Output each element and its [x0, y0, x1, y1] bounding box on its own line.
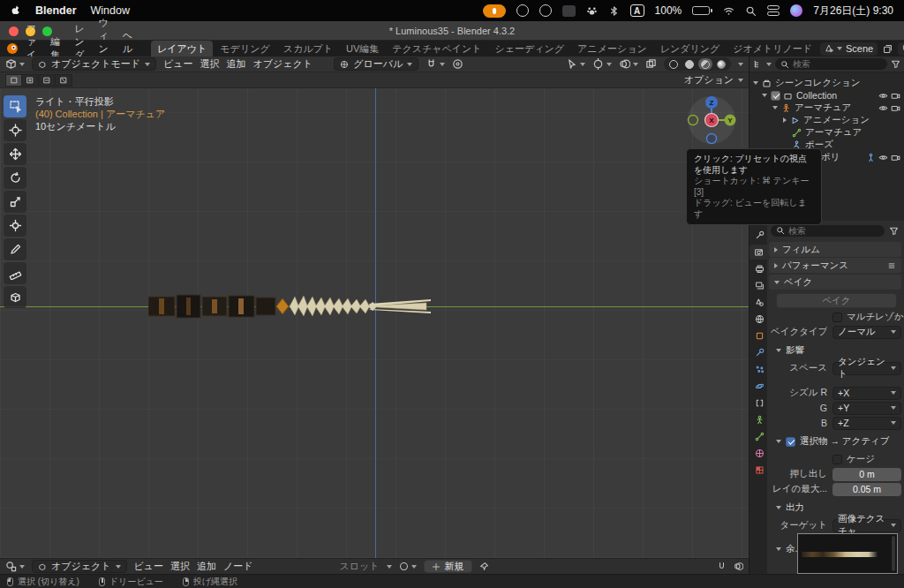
tab-particles[interactable] — [751, 362, 767, 377]
options-dropdown[interactable]: オプション — [684, 73, 743, 87]
outliner-search-input[interactable] — [793, 59, 882, 69]
outliner-row-collection[interactable]: Collection — [750, 89, 904, 102]
3d-viewport[interactable]: ライト・平行投影 (40) Collection | アーマチュア 10センチメ… — [0, 88, 749, 558]
tool-scale[interactable] — [4, 191, 26, 213]
tool-rotate[interactable] — [4, 167, 26, 189]
workspace-tab-rendering[interactable]: レンダリング — [654, 41, 727, 57]
scene-selector[interactable]: Scene — [820, 42, 878, 56]
filter-icon[interactable] — [891, 59, 900, 69]
editor-type-button[interactable] — [5, 58, 25, 70]
tool-transform[interactable] — [4, 215, 26, 237]
snapping-icon[interactable] — [717, 562, 727, 571]
overlays-icon[interactable] — [734, 562, 743, 571]
shader-menu-select[interactable]: 選択 — [170, 560, 190, 573]
panel-performance[interactable]: パフォーマンス — [769, 258, 901, 273]
cage-checkbox[interactable] — [832, 455, 842, 464]
viewport-menu-object[interactable]: オブジェクト — [253, 57, 313, 71]
expand-icon[interactable] — [753, 81, 758, 85]
eye-icon[interactable] — [878, 153, 888, 162]
siri-icon[interactable] — [790, 4, 802, 17]
outliner-row-animation[interactable]: アニメーション — [750, 114, 904, 126]
workspace-tab-animation[interactable]: アニメーション — [571, 41, 653, 57]
bake-button[interactable]: ベイク — [776, 293, 897, 308]
eye-icon[interactable] — [878, 91, 888, 101]
tool-add-cube[interactable] — [4, 286, 26, 308]
tab-scene[interactable] — [751, 295, 767, 310]
shading-material-button[interactable] — [698, 58, 712, 70]
workspace-tab-geonodes[interactable]: ジオメトリノード — [727, 41, 818, 57]
paw-icon[interactable] — [586, 5, 598, 17]
mode-dropdown[interactable]: オブジェクトモード — [32, 57, 156, 71]
select-mode-subtract-button[interactable] — [39, 74, 56, 87]
tab-object-data[interactable] — [751, 412, 767, 427]
show-overlays-dropdown[interactable] — [619, 58, 638, 70]
filter-icon[interactable] — [889, 226, 899, 236]
shader-menu-view[interactable]: ビュー — [134, 560, 164, 573]
swizzle-b-dropdown[interactable]: +Z — [832, 417, 901, 430]
outliner-search[interactable] — [775, 58, 887, 70]
target-dropdown[interactable]: 画像テクスチャ — [832, 519, 901, 532]
proportional-edit-toggle[interactable] — [452, 58, 463, 70]
eye-icon[interactable] — [878, 103, 888, 113]
apple-icon[interactable] — [11, 5, 21, 16]
tab-physics[interactable] — [751, 379, 767, 394]
gizmo-y-neg-axis[interactable] — [689, 116, 698, 125]
bake-preview-image[interactable] — [797, 533, 898, 574]
workspace-tab-uv[interactable]: UV編集 — [340, 41, 385, 57]
tool-annotate[interactable] — [4, 238, 26, 260]
properties-search-input[interactable] — [788, 226, 879, 236]
workspace-tab-layout[interactable]: レイアウト — [151, 41, 213, 57]
extrusion-field[interactable]: 0 m — [832, 468, 901, 481]
shading-rendered-button[interactable] — [714, 58, 728, 70]
panel-film[interactable]: フィルム — [769, 242, 901, 257]
expand-icon[interactable] — [772, 106, 778, 109]
shading-options-dropdown[interactable] — [738, 63, 743, 66]
tab-tool[interactable] — [751, 228, 767, 243]
snap-toggle[interactable] — [426, 58, 445, 70]
shader-menu-add[interactable]: 追加 — [197, 560, 216, 573]
new-material-button[interactable]: 新規 — [424, 560, 472, 573]
tab-modifiers[interactable] — [751, 345, 767, 360]
xray-toggle[interactable] — [645, 58, 657, 70]
shading-wireframe-button[interactable] — [667, 58, 681, 70]
outliner-row-armature-object[interactable]: アーマチュア — [750, 102, 904, 114]
selected-to-active-checkbox[interactable] — [786, 437, 795, 447]
swizzle-r-dropdown[interactable]: +X — [832, 387, 901, 400]
armature-modifier-icon[interactable] — [866, 153, 876, 162]
viewport-menu-select[interactable]: 選択 — [200, 57, 220, 71]
shader-menu-node[interactable]: ノード — [223, 560, 253, 573]
viewport-menu-add[interactable]: 追加 — [227, 57, 246, 71]
max-ray-field[interactable]: 0.05 m — [832, 483, 901, 496]
selectability-dropdown[interactable] — [566, 58, 585, 70]
select-mode-invert-button[interactable] — [56, 74, 72, 87]
menubar-clock[interactable]: 7月26日(土) 9:30 — [813, 4, 893, 19]
tab-world[interactable] — [751, 312, 767, 327]
shader-editor-type-button[interactable] — [5, 561, 25, 572]
tab-object[interactable] — [751, 328, 767, 343]
tool-cursor[interactable] — [4, 119, 26, 141]
tab-bone[interactable] — [751, 429, 767, 444]
subpanel-selected-to-active[interactable]: 選択物 → アクティブ — [771, 434, 899, 449]
outliner-row-scene-collection[interactable]: シーンコレクション — [750, 77, 904, 89]
workspace-tab-shading[interactable]: シェーディング — [489, 41, 571, 57]
space-dropdown[interactable]: タンジェント — [832, 362, 901, 375]
tab-material[interactable] — [751, 446, 767, 461]
from-multires-checkbox[interactable] — [832, 313, 842, 322]
swizzle-g-dropdown[interactable]: +Y — [832, 402, 901, 415]
chat-bubble-icon[interactable] — [562, 5, 576, 17]
tool-move[interactable] — [4, 143, 26, 165]
armature-object[interactable] — [148, 291, 433, 321]
shader-type-dropdown[interactable]: オブジェクト — [32, 560, 127, 573]
search-icon[interactable] — [745, 5, 757, 17]
bluetooth-icon[interactable] — [608, 5, 620, 17]
tab-constraints[interactable] — [751, 396, 767, 411]
select-mode-set-button[interactable] — [5, 74, 22, 87]
control-center-icon[interactable] — [767, 5, 780, 16]
bake-type-dropdown[interactable]: ノーマル — [832, 326, 901, 339]
wifi-icon[interactable] — [723, 5, 734, 17]
viewlayer-selector[interactable]: ViewLayer — [898, 42, 904, 56]
browse-material-dropdown[interactable] — [399, 562, 417, 571]
workspace-tab-sculpt[interactable]: スカルプト — [277, 41, 339, 57]
status-circle-icon-2[interactable] — [539, 4, 552, 17]
shading-solid-button[interactable] — [682, 58, 697, 70]
